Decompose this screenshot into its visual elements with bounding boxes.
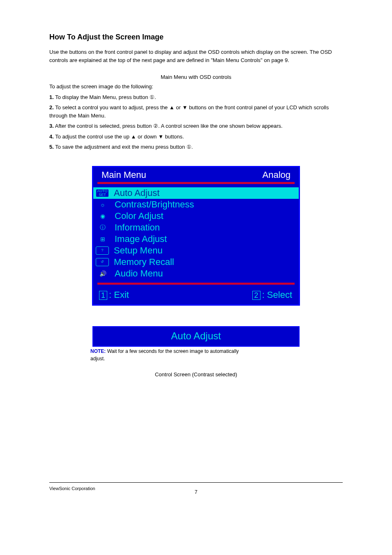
step1-num: 1. [49,94,54,100]
osd-menu-item[interactable]: 🔊Audio Menu [93,268,299,279]
circled-two-icon: ② [153,122,158,130]
step3-pre: After the control is selected, press but… [55,123,153,129]
step2-num: 2. [49,104,54,111]
osd-exit-hint: 1: Exit [99,290,129,300]
step-2: 2. To select a control you want to adjus… [49,104,343,120]
osd-item-icon: AUTO SET [96,189,109,197]
osd-menu-item[interactable]: ◉Color Adjust [93,210,299,222]
osd-select-label: : Select [262,290,292,300]
caption-main-menu: Main Menu with OSD controls [49,74,343,80]
circled-one-icon: ① [150,93,154,101]
steps-title: To adjust the screen image do the follow… [49,83,343,91]
step5-post: . [191,144,193,150]
osd-item-label: Auto Adjust [114,188,159,198]
osd-menu-item[interactable]: AUTO SETAuto Adjust [93,187,299,199]
step4-num: 4. [49,134,54,140]
osd-menu-item[interactable]: ☼Contrast/Brightness [93,199,299,210]
step5-pre: To save the adjustment and exit the menu… [55,144,186,150]
osd-item-label: Color Adjust [115,211,164,221]
osd-mode: Analog [262,170,291,180]
step4-pre: To adjust the control use the up [55,134,131,140]
footer-divider [49,482,343,483]
osd-menu-item[interactable]: ?Setup Menu [93,245,299,256]
osd-item-list: AUTO SETAuto Adjust☼Contrast/Brightness◉… [93,187,299,282]
step3-num: 3. [49,123,54,129]
osd-item-label: Image Adjust [115,234,167,244]
osd-item-label: Contrast/Brightness [115,199,194,210]
osd-footer: 1: Exit 2: Select [93,288,299,304]
osd-item-icon: ↺ [96,258,109,266]
step1-post: . [154,94,156,100]
osd-item-label: Setup Menu [114,245,163,256]
step2-pre: To select a control you want to adjust, … [55,104,169,111]
intro-text: Use the buttons on the front control pan… [49,48,343,64]
osd-divider [97,283,295,285]
boxed-one-icon: 1 [99,291,107,300]
step1-pre: To display the Main Menu, press button [55,94,150,100]
step4-post: buttons. [164,134,184,140]
note-line-2: adjust. [90,356,343,362]
osd-item-icon: ☼ [96,200,110,209]
boxed-two-icon: 2 [252,291,261,300]
osd-auto-adjust-bar: Auto Adjust [92,326,300,347]
step3-post: . A control screen like the one shown be… [158,123,283,129]
circled-one-icon: ① [187,143,191,151]
osd-item-label: Memory Recall [114,257,174,267]
osd-divider [97,182,295,184]
note-line-1: NOTE: Wait for a few seconds for the scr… [90,348,343,354]
footer-text: ViewSonic Corporation [49,486,95,491]
osd-menu-item[interactable]: ⊞Image Adjust [93,233,299,245]
triangle-up-icon: ▲ [169,104,175,112]
step-1: 1. To display the Main Menu, press butto… [49,93,343,101]
osd-item-icon: 🔊 [96,269,110,278]
osd-item-icon: ⊞ [96,235,110,244]
osd-item-label: Information [115,222,160,233]
caption-control-screen: Control Screen (Contrast selected) [49,371,343,378]
osd-title: Main Menu [101,170,146,180]
osd-select-hint: 2: Select [252,290,292,300]
osd-main-menu: Main Menu Analog AUTO SETAuto Adjust☼Con… [92,166,300,306]
osd-header: Main Menu Analog [93,167,299,181]
step4-mid: or down [136,134,158,140]
osd-item-icon: ◉ [96,212,110,221]
triangle-down-icon: ▼ [182,104,187,112]
note-label: NOTE: [90,348,106,354]
step5-num: 5. [49,144,54,150]
osd-item-icon: ? [96,246,109,255]
page-heading: How To Adjust the Screen Image [49,33,343,41]
note-text-1: Wait for a few seconds for the screen im… [106,348,239,354]
osd-exit-label: : Exit [109,290,129,300]
step-3: 3. After the control is selected, press … [49,122,343,130]
step-4: 4. To adjust the control use the up ▲ or… [49,133,343,141]
step2-mid1: or [175,104,182,111]
triangle-down-icon: ▼ [158,133,164,141]
osd-menu-item[interactable]: ⓘInformation [93,222,299,233]
triangle-up-icon: ▲ [131,133,136,141]
osd-item-label: Audio Menu [115,268,163,279]
osd-item-icon: ⓘ [96,223,110,232]
step-5: 5. To save the adjustment and exit the m… [49,143,343,151]
osd-menu-item[interactable]: ↺Memory Recall [93,256,299,268]
page-number: 7 [195,489,198,495]
